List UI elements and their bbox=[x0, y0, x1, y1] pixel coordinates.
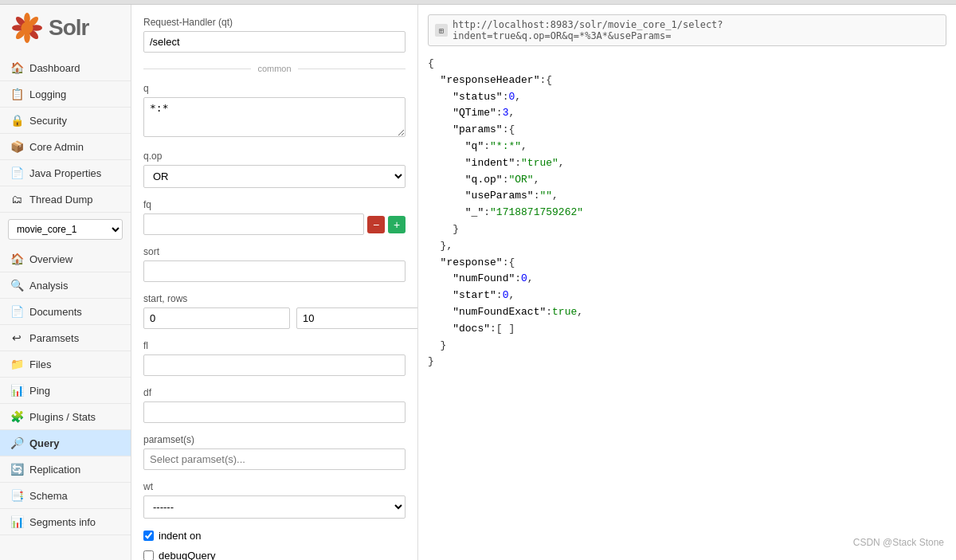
ping-icon: 📊 bbox=[10, 383, 24, 397]
replication-icon: 🔄 bbox=[10, 462, 24, 476]
security-icon: 🔒 bbox=[10, 113, 24, 127]
sidebar-item-query[interactable]: 🔎 Query bbox=[0, 430, 131, 456]
logo-area: Solr bbox=[0, 5, 131, 55]
qop-label: q.op bbox=[143, 151, 406, 162]
fl-label: fl bbox=[143, 340, 406, 351]
documents-icon: 📄 bbox=[10, 304, 24, 319]
sidebar-item-plugins-stats[interactable]: 🧩 Plugins / Stats bbox=[0, 404, 131, 430]
sort-label: sort bbox=[143, 246, 406, 257]
java-properties-icon: 📄 bbox=[10, 166, 24, 180]
content-area: Request-Handler (qt) common q q.op OR AN… bbox=[131, 5, 956, 560]
debug-label[interactable]: debugQuery bbox=[159, 550, 216, 560]
analysis-icon: 🔍 bbox=[10, 278, 24, 292]
sidebar-item-label: Replication bbox=[29, 464, 80, 476]
sidebar-item-label: Schema bbox=[29, 490, 68, 502]
q-label: q bbox=[143, 83, 406, 94]
svg-point-8 bbox=[21, 22, 33, 33]
sidebar-item-label: Segments info bbox=[29, 516, 96, 528]
sidebar-item-java-properties[interactable]: 📄 Java Properties bbox=[0, 160, 131, 186]
paramsets-group: paramset(s) bbox=[143, 434, 406, 470]
sidebar-item-label: Dashboard bbox=[29, 62, 80, 74]
indent-checkbox[interactable] bbox=[143, 531, 154, 541]
sidebar-item-label: Files bbox=[29, 358, 51, 370]
core-selector[interactable]: movie_core_1 bbox=[8, 219, 123, 240]
solr-logo: Solr bbox=[12, 13, 88, 43]
fq-input[interactable] bbox=[143, 213, 364, 235]
logging-icon: 📋 bbox=[10, 87, 24, 101]
debug-row: debugQuery bbox=[143, 550, 406, 560]
sidebar-item-dashboard[interactable]: 🏠 Dashboard bbox=[0, 55, 131, 81]
fq-group: fq − + bbox=[143, 199, 406, 235]
overview-icon: 🏠 bbox=[10, 252, 24, 266]
results-panel: ⊞ http://localhost:8983/solr/movie_core_… bbox=[418, 5, 956, 560]
start-rows-label: start, rows bbox=[143, 293, 406, 304]
q-input[interactable] bbox=[143, 97, 406, 137]
fl-group: fl bbox=[143, 340, 406, 376]
results-url: http://localhost:8983/solr/movie_core_1/… bbox=[453, 19, 939, 41]
sidebar-item-label: Ping bbox=[29, 385, 50, 397]
sidebar-item-replication[interactable]: 🔄 Replication bbox=[0, 456, 131, 483]
solr-logo-icon bbox=[12, 13, 42, 43]
sidebar-nav-core: 🏠 Overview 🔍 Analysis 📄 Documents ↩ Para… bbox=[0, 246, 131, 535]
plugins-icon: 🧩 bbox=[10, 409, 24, 424]
core-select-dropdown[interactable]: movie_core_1 bbox=[8, 219, 123, 240]
indent-label[interactable]: indent on bbox=[159, 530, 202, 542]
fq-add-button[interactable]: + bbox=[388, 216, 406, 233]
sidebar-item-label: Java Properties bbox=[29, 167, 101, 179]
handler-input[interactable] bbox=[143, 31, 406, 53]
sidebar-item-logging[interactable]: 📋 Logging bbox=[0, 81, 131, 108]
fl-input[interactable] bbox=[143, 354, 406, 376]
qop-group: q.op OR AND bbox=[143, 151, 406, 188]
sidebar-item-label: Query bbox=[29, 437, 60, 449]
sidebar-item-label: Logging bbox=[29, 88, 66, 100]
sidebar-item-label: Core Admin bbox=[29, 141, 84, 153]
paramsets-label: paramset(s) bbox=[143, 434, 406, 445]
core-admin-icon: 📦 bbox=[10, 139, 24, 154]
results-url-bar: ⊞ http://localhost:8983/solr/movie_core_… bbox=[428, 14, 946, 46]
df-group: df bbox=[143, 387, 406, 423]
watermark: CSDN @Stack Stone bbox=[853, 537, 944, 548]
paramsets-icon: ↩ bbox=[10, 331, 24, 345]
sidebar-item-analysis[interactable]: 🔍 Analysis bbox=[0, 272, 131, 299]
sidebar-item-label: Analysis bbox=[29, 280, 68, 292]
sidebar-item-segments-info[interactable]: 📊 Segments info bbox=[0, 509, 131, 535]
sidebar-item-label: Security bbox=[29, 115, 67, 127]
sidebar-item-thread-dump[interactable]: 🗂 Thread Dump bbox=[0, 186, 131, 213]
wt-select[interactable]: ------ json xml csv javabin geojson smil… bbox=[143, 495, 406, 519]
query-panel: Request-Handler (qt) common q q.op OR AN… bbox=[131, 5, 418, 560]
sidebar-item-label: Plugins / Stats bbox=[29, 411, 96, 423]
sidebar-item-paramsets[interactable]: ↩ Paramsets bbox=[0, 325, 131, 351]
sort-input[interactable] bbox=[143, 260, 406, 282]
sidebar-item-label: Paramsets bbox=[29, 332, 79, 344]
wt-label: wt bbox=[143, 481, 406, 492]
sidebar-item-ping[interactable]: 📊 Ping bbox=[0, 378, 131, 404]
schema-icon: 📑 bbox=[10, 488, 24, 503]
sidebar-item-schema[interactable]: 📑 Schema bbox=[0, 483, 131, 509]
sidebar-nav-global: 🏠 Dashboard 📋 Logging 🔒 Security 📦 Core … bbox=[0, 55, 131, 213]
handler-label: Request-Handler (qt) bbox=[143, 17, 406, 28]
solr-logo-text: Solr bbox=[49, 15, 88, 41]
fq-remove-button[interactable]: − bbox=[367, 216, 385, 233]
thread-dump-icon: 🗂 bbox=[10, 192, 24, 206]
files-icon: 📁 bbox=[10, 357, 24, 371]
sort-group: sort bbox=[143, 246, 406, 282]
debug-checkbox[interactable] bbox=[143, 550, 154, 560]
qop-select[interactable]: OR AND bbox=[143, 165, 406, 188]
df-label: df bbox=[143, 387, 406, 398]
sidebar-item-overview[interactable]: 🏠 Overview bbox=[0, 246, 131, 272]
paramsets-input[interactable] bbox=[143, 448, 406, 470]
sidebar-item-core-admin[interactable]: 📦 Core Admin bbox=[0, 134, 131, 160]
df-input[interactable] bbox=[143, 401, 406, 423]
sidebar-item-documents[interactable]: 📄 Documents bbox=[0, 299, 131, 325]
start-rows-group: start, rows bbox=[143, 293, 406, 329]
fq-label: fq bbox=[143, 199, 406, 210]
start-input[interactable] bbox=[143, 307, 290, 329]
sidebar-item-security[interactable]: 🔒 Security bbox=[0, 108, 131, 134]
query-icon: 🔎 bbox=[10, 436, 24, 450]
sidebar-item-files[interactable]: 📁 Files bbox=[0, 351, 131, 378]
q-group: q bbox=[143, 83, 406, 139]
common-divider: common bbox=[143, 64, 406, 73]
wt-group: wt ------ json xml csv javabin geojson s… bbox=[143, 481, 406, 519]
rows-input[interactable] bbox=[296, 307, 418, 329]
start-rows-row bbox=[143, 307, 406, 329]
